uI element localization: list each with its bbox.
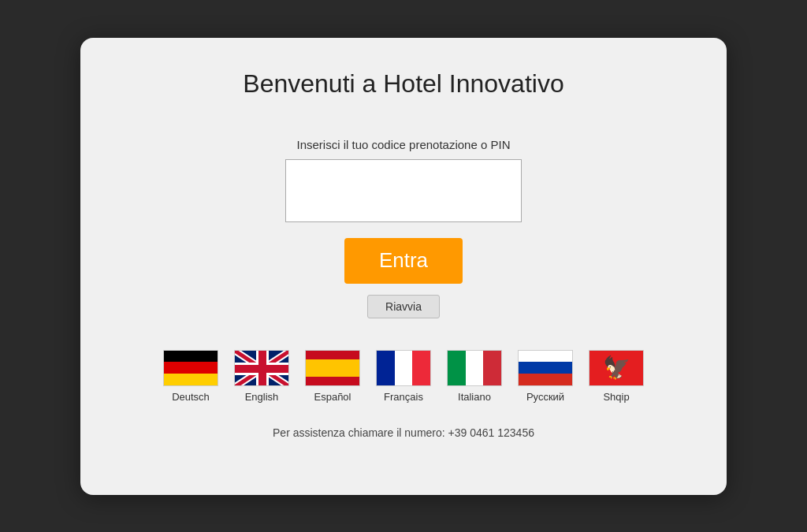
flag-it bbox=[447, 350, 502, 386]
lang-item-ru[interactable]: Русский bbox=[518, 350, 573, 403]
lang-item-en[interactable]: English bbox=[234, 350, 289, 403]
pin-input[interactable] bbox=[285, 159, 522, 222]
page-title: Benvenuti a Hotel Innovativo bbox=[243, 69, 563, 99]
lang-label-it: Italiano bbox=[458, 391, 491, 403]
support-text: Per assistenza chiamare il numero: +39 0… bbox=[273, 426, 534, 439]
enter-button[interactable]: Entra bbox=[344, 238, 463, 284]
lang-label-de: Deutsch bbox=[172, 391, 210, 403]
languages-section: Deutsch bbox=[163, 350, 644, 403]
lang-label-en: English bbox=[245, 391, 279, 403]
lang-item-al[interactable]: 🦅 Shqip bbox=[589, 350, 644, 403]
lang-item-es[interactable]: Español bbox=[305, 350, 360, 403]
lang-label-es: Español bbox=[314, 391, 351, 403]
flag-fr bbox=[376, 350, 431, 386]
lang-item-it[interactable]: Italiano bbox=[447, 350, 502, 403]
lang-label-ru: Русский bbox=[526, 391, 564, 403]
lang-label-fr: Français bbox=[384, 391, 423, 403]
flag-en bbox=[234, 350, 289, 386]
flag-es bbox=[305, 350, 360, 386]
restart-button[interactable]: Riavvia bbox=[367, 295, 440, 318]
main-card: Benvenuti a Hotel Innovativo Inserisci i… bbox=[80, 38, 727, 495]
lang-item-de[interactable]: Deutsch bbox=[163, 350, 218, 403]
input-label: Inserisci il tuo codice prenotazione o P… bbox=[297, 138, 511, 151]
lang-item-fr[interactable]: Français bbox=[376, 350, 431, 403]
svg-rect-8 bbox=[235, 365, 289, 373]
flag-ru bbox=[518, 350, 573, 386]
flag-al: 🦅 bbox=[589, 350, 644, 386]
flag-de bbox=[163, 350, 218, 386]
lang-label-al: Shqip bbox=[603, 391, 629, 403]
